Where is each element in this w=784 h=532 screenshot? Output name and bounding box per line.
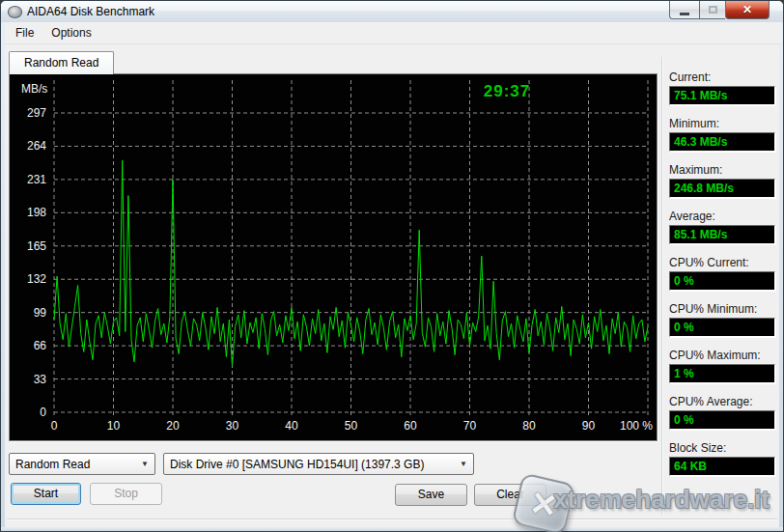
- x-tick-label: 60: [389, 419, 432, 433]
- window-frame-right: [779, 22, 783, 531]
- stat-average: Average: 85.1 MB/s: [669, 210, 775, 244]
- disk-drive-icon: [8, 6, 22, 18]
- tab-random-read[interactable]: Random Read: [9, 51, 114, 74]
- y-tick-label: 297: [15, 106, 46, 120]
- menu-bar: File Options: [5, 22, 781, 44]
- stat-value: 0 %: [674, 274, 694, 288]
- stat-label: Current:: [669, 70, 775, 84]
- close-button[interactable]: ✕: [725, 1, 770, 19]
- window-controls: ✕: [669, 1, 770, 19]
- window-frame-bottom: [1, 527, 783, 531]
- stat-label: CPU% Maximum:: [669, 349, 775, 362]
- stat-value: 1 %: [674, 367, 694, 380]
- stat-label: Maximum:: [669, 163, 775, 177]
- panel-separator: [661, 57, 663, 515]
- stat-label: Block Size:: [669, 441, 775, 455]
- stat-value-box: 0 %: [669, 271, 775, 291]
- x-tick-label: 10: [93, 419, 135, 433]
- minimize-button[interactable]: [669, 1, 699, 19]
- y-axis-unit-label: MB/s: [21, 82, 47, 96]
- stat-value-box: 64 KB: [669, 457, 775, 476]
- save-button[interactable]: Save: [395, 484, 467, 506]
- chevron-down-icon: ▼: [135, 460, 149, 468]
- y-tick-label: 132: [15, 272, 46, 286]
- stat-value: 46.3 MB/s: [674, 135, 727, 149]
- title-bar: AIDA64 Disk Benchmark ✕: [1, 1, 783, 22]
- x-tick-label: 20: [152, 419, 194, 433]
- stat-cpu-average: CPU% Average: 0 %: [669, 395, 775, 430]
- x-tick-label: 80: [508, 419, 550, 433]
- x-tick-label: 70: [449, 419, 491, 433]
- benchmark-type-select[interactable]: Random Read ▼: [9, 453, 155, 475]
- y-tick-label: 231: [15, 173, 46, 186]
- stat-cpu-maximum: CPU% Maximum: 1 %: [669, 349, 775, 383]
- stat-value: 64 KB: [674, 460, 707, 473]
- stat-value-box: 1 %: [669, 364, 775, 383]
- stat-cpu-minimum: CPU% Minimum: 0 %: [669, 302, 775, 337]
- close-icon: ✕: [742, 3, 752, 16]
- disk-drive-select[interactable]: Disk Drive #0 [SAMSUNG HD154UI] (1397.3 …: [163, 453, 474, 475]
- stat-value: 75.1 MB/s: [674, 89, 727, 102]
- stat-value-box: 46.3 MB/s: [669, 132, 775, 152]
- stat-value-box: 0 %: [669, 318, 775, 337]
- start-button[interactable]: Start: [11, 483, 81, 505]
- app-window: AIDA64 Disk Benchmark ✕ File Options Ran…: [0, 0, 784, 532]
- window-title: AIDA64 Disk Benchmark: [27, 5, 154, 18]
- stats-panel: Current: 75.1 MB/s Minimum: 46.3 MB/s Ma…: [669, 70, 775, 488]
- stat-label: CPU% Current:: [669, 256, 775, 269]
- menu-options[interactable]: Options: [42, 23, 99, 42]
- x-tick-label: 30: [211, 419, 254, 433]
- stat-value: 0 %: [674, 413, 694, 427]
- stat-label: CPU% Minimum:: [669, 302, 775, 316]
- y-tick-label: 33: [15, 373, 46, 386]
- maximize-button[interactable]: [699, 1, 725, 19]
- x-tick-label: 50: [330, 419, 373, 433]
- benchmark-chart: MB/s 29:37 29726423119816513299663300102…: [9, 73, 658, 441]
- stat-maximum: Maximum: 246.8 MB/s: [669, 163, 775, 198]
- minimize-icon: [680, 13, 689, 15]
- menu-file[interactable]: File: [7, 23, 42, 42]
- x-tick-label: 100 %: [615, 419, 658, 433]
- benchmark-type-value: Random Read: [15, 458, 90, 471]
- y-tick-label: 264: [15, 139, 46, 153]
- x-tick-label: 90: [568, 419, 610, 433]
- stat-label: CPU% Average:: [669, 395, 775, 408]
- maximize-icon: [709, 6, 717, 14]
- x-tick-label: 0: [33, 419, 75, 433]
- stat-value: 0 %: [674, 321, 694, 334]
- stop-button[interactable]: Stop: [90, 483, 162, 505]
- y-tick-label: 198: [15, 206, 46, 219]
- stat-value: 85.1 MB/s: [674, 228, 727, 241]
- chart-plot: [10, 74, 657, 440]
- stat-value-box: 0 %: [669, 410, 775, 430]
- elapsed-timer: 29:37: [463, 82, 550, 101]
- stat-block-size: Block Size: 64 KB: [669, 441, 775, 476]
- stat-value-box: 75.1 MB/s: [669, 86, 775, 105]
- bottom-separator: [7, 518, 777, 520]
- stat-label: Average:: [669, 210, 775, 223]
- window-frame-left: [1, 22, 5, 531]
- chevron-down-icon: ▼: [454, 460, 467, 468]
- stat-value-box: 85.1 MB/s: [669, 225, 775, 244]
- stat-value: 246.8 MB/s: [674, 182, 734, 195]
- watermark-text: xtremehardware.it: [553, 485, 777, 515]
- y-tick-label: 165: [15, 239, 46, 253]
- stat-current: Current: 75.1 MB/s: [669, 70, 775, 105]
- x-tick-label: 40: [270, 419, 313, 433]
- stat-cpu-current: CPU% Current: 0 %: [669, 256, 775, 291]
- y-tick-label: 99: [15, 306, 46, 320]
- y-tick-label: 66: [15, 339, 46, 352]
- stat-minimum: Minimum: 46.3 MB/s: [669, 117, 775, 152]
- disk-drive-value: Disk Drive #0 [SAMSUNG HD154UI] (1397.3 …: [170, 458, 424, 471]
- y-tick-label: 0: [15, 406, 46, 419]
- stat-value-box: 246.8 MB/s: [669, 179, 775, 198]
- stat-label: Minimum:: [669, 117, 775, 130]
